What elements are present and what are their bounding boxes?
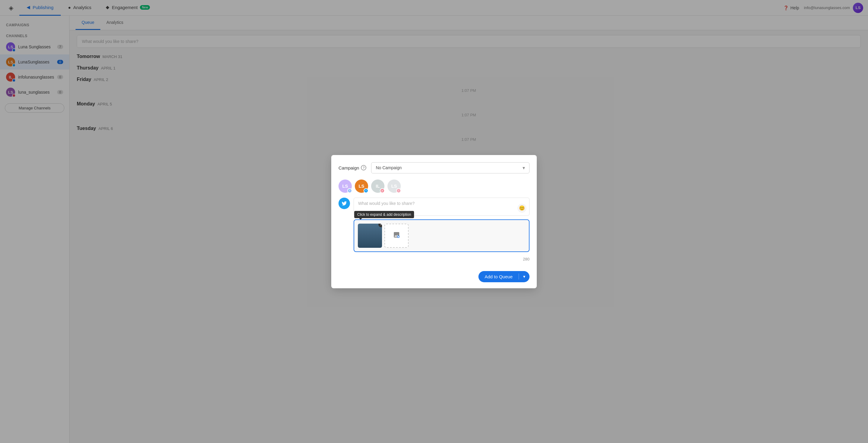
media-thumb-1[interactable]: ✕ bbox=[358, 224, 382, 248]
profiles-row: LS f LS t IL p LS i bbox=[339, 180, 529, 193]
profile-avatar-1[interactable]: LS f bbox=[339, 180, 352, 193]
profile-social-tw: t bbox=[364, 188, 368, 193]
modal-overlay[interactable]: Campaign ? No Campaign ▾ LS f LS t bbox=[0, 0, 868, 443]
profile-social-pi: p bbox=[380, 188, 385, 193]
add-to-queue-label: Add to Queue bbox=[478, 271, 519, 282]
char-count: 280 bbox=[339, 257, 529, 261]
add-to-queue-arrow-icon[interactable]: ▾ bbox=[519, 271, 529, 282]
modal-footer: Add to Queue ▾ bbox=[331, 271, 537, 288]
modal-body: Campaign ? No Campaign ▾ LS f LS t bbox=[331, 155, 537, 271]
profile-social-ig: i bbox=[396, 188, 401, 193]
media-tooltip: Click to expand & add description bbox=[354, 211, 414, 218]
media-items: ✕ bbox=[358, 224, 525, 248]
profile-social-fb: f bbox=[347, 188, 352, 193]
campaign-label-text: Campaign bbox=[339, 165, 359, 170]
emoji-button[interactable]: 😊 bbox=[518, 204, 526, 213]
campaign-info-icon[interactable]: ? bbox=[361, 165, 366, 170]
profile-avatar-2[interactable]: LS t bbox=[355, 180, 368, 193]
media-image bbox=[358, 224, 382, 248]
campaign-select-value: No Campaign bbox=[376, 165, 402, 170]
campaign-row: Campaign ? No Campaign ▾ bbox=[339, 162, 529, 173]
profile-avatar-4[interactable]: LS i bbox=[388, 180, 401, 193]
campaign-select[interactable]: No Campaign ▾ bbox=[371, 162, 529, 173]
profile-avatar-3[interactable]: IL p bbox=[371, 180, 384, 193]
add-to-queue-button[interactable]: Add to Queue ▾ bbox=[478, 271, 529, 282]
media-add-icon bbox=[393, 231, 400, 240]
media-area[interactable]: Click to expand & add description ✕ bbox=[353, 219, 529, 252]
compose-modal: Campaign ? No Campaign ▾ LS f LS t bbox=[331, 155, 537, 288]
campaign-label: Campaign ? bbox=[339, 165, 366, 170]
media-add-button[interactable] bbox=[384, 224, 409, 248]
compose-twitter-avatar bbox=[339, 198, 350, 209]
compose-placeholder-text: What would you like to share? bbox=[358, 201, 415, 206]
campaign-select-arrow: ▾ bbox=[523, 165, 525, 171]
